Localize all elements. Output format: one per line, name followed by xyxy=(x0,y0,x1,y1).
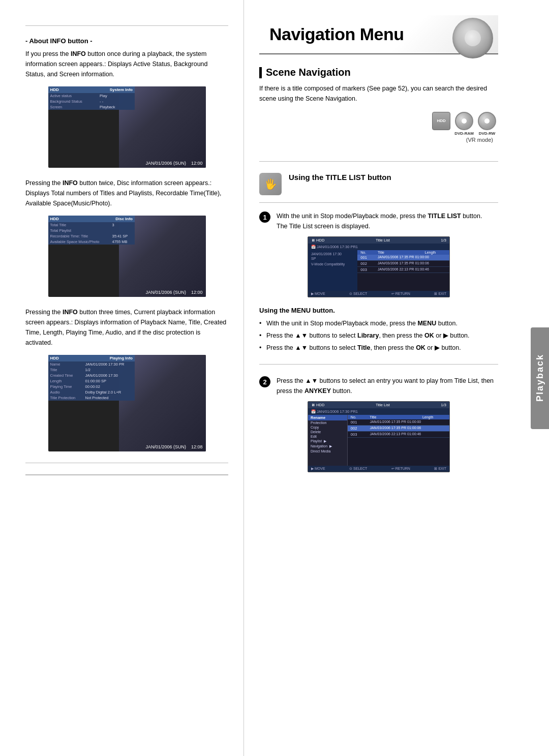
title-list-screen-1: 🖥 HDD Title List 1/3 📅 JAN/01/2006 17:30… xyxy=(308,236,450,297)
tl-screen2-row-3: 003 JAN/03/2006 22:13 PR 01:00:46 xyxy=(348,432,449,438)
step-2-section: 2 Press the ▲▼ buttons to select an entr… xyxy=(259,376,498,472)
screen-system-info: HDDSystem Info Active statusPlay Backgro… xyxy=(48,86,206,168)
dvd-ram-label: DVD-RAM xyxy=(454,131,474,136)
menu-bullet-1: With the unit in Stop mode/Playback mode… xyxy=(259,318,498,328)
step-1-number: 1 xyxy=(259,211,270,223)
step-2-content: Press the ▲▼ buttons to select an entry … xyxy=(277,376,498,396)
menu-bullet-2: Press the ▲▼ buttons to select Library, … xyxy=(259,330,498,341)
screen-disc-info: HDDDisc Info Total Title3 Total Playlist… xyxy=(48,216,206,297)
tl-screen1-footer: ▶ MOVE⊙ SELECT↩ RETURN⊠ EXIT xyxy=(308,291,449,297)
using-menu-heading: Using the MENU button. xyxy=(259,307,498,314)
tl-screen1-columns: No. Title Length xyxy=(357,250,449,255)
tl-screen2-row-1: 001 JAN/01/2006 17:35 PR 01:00:00 xyxy=(348,419,449,426)
info-text-3: Pressing the INFO button three times, Cu… xyxy=(25,307,228,348)
step-1-section: 1 With the unit in Stop mode/Playback mo… xyxy=(259,211,498,297)
dvd-rw-label: DVD-RW xyxy=(479,131,496,136)
hdd-label: HDD xyxy=(437,118,446,124)
tl-screen2-subheader: 📅 JAN/01/2006 17:30 PR1 xyxy=(308,408,449,415)
step-2-number: 2 xyxy=(259,376,270,387)
title-list-section: 🖐 Using the TITLE LIST button xyxy=(259,173,498,203)
dvd-ram-disc xyxy=(455,112,473,130)
context-menu: Rename Protection Copy Delete Edit Playl… xyxy=(308,415,348,466)
info-text-1: If you press the INFO button once during… xyxy=(25,49,228,79)
disc-icons-row: HDD DVD-RAM DVD-RW xyxy=(430,112,498,136)
title-list-screen-2: 🖥 HDD Title List 1/3 📅 JAN/01/2006 17:30… xyxy=(308,401,450,472)
menu-bullets-list: With the unit in Stop mode/Playback mode… xyxy=(259,318,498,353)
dvd-rw-icon-item: DVD-RW xyxy=(478,112,496,136)
tl-screen1-row-3: 003 JAN/03/2006 22:13 PR 01:00:46 xyxy=(357,267,449,273)
mode-icons-container: HDD DVD-RAM DVD-RW (VR mode) xyxy=(259,112,498,150)
hdd-icon-item: HDD xyxy=(432,112,450,130)
title-list-button-icon: 🖐 xyxy=(259,173,282,195)
vr-mode-text: (VR mode) xyxy=(466,137,498,143)
step-1-content: With the unit in Stop mode/Playback mode… xyxy=(277,211,498,231)
nav-menu-header: Navigation Menu xyxy=(259,15,498,54)
tl-screen1-header: 🖥 HDD Title List 1/3 xyxy=(308,237,449,244)
menu-bullet-3: Press the ▲▼ buttons to select Title, th… xyxy=(259,343,498,353)
step-2-row: 2 Press the ▲▼ buttons to select an entr… xyxy=(259,376,498,396)
tl-screen1-row-2: 002 JAN/03/2006 17:35 PR 01:00:06 xyxy=(357,261,449,267)
title-bar-decoration xyxy=(259,67,262,78)
title-list-heading: Using the TITLE LIST button xyxy=(289,173,391,182)
playback-side-tab: Playback xyxy=(531,327,549,429)
tl-screen1-row-1: 001 JAN/01/2006 17:35 PR 01:00:00 xyxy=(357,255,449,261)
tl-screen2-row-2: 002 JAN/03/2006 17:35 PR 01:00:06 xyxy=(348,426,449,432)
tl-screen2-header: 🖥 HDD Title List 1/3 xyxy=(308,402,449,408)
tl-screen2-right: No. Title Length 001 JAN/01/2006 17:35 P… xyxy=(348,415,449,466)
scene-nav-text: If there is a title composed of markers … xyxy=(259,83,498,104)
tl-screen1-left: JAN/01/2006 17:30 SP V-Mode Compatibilit… xyxy=(308,250,357,291)
using-menu-section: Using the MENU button. With the unit in … xyxy=(259,307,498,353)
tl-screen2-columns: No. Title Length xyxy=(348,415,449,419)
hdd-box: HDD xyxy=(432,112,450,130)
dvd-rw-disc xyxy=(478,112,496,130)
tl-screen2-footer: ▶ MOVE⊙ SELECT↩ RETURN⊠ EXIT xyxy=(308,466,449,472)
step-1-row: 1 With the unit in Stop mode/Playback mo… xyxy=(259,211,498,231)
playback-tab-label: Playback xyxy=(535,354,545,402)
scene-navigation-title: Scene Navigation xyxy=(259,67,498,78)
disc-decoration xyxy=(452,18,493,58)
dvd-ram-icon-item: DVD-RAM xyxy=(454,112,474,136)
info-button-heading: - About INFO button - xyxy=(25,37,228,45)
hand-icon: 🖐 xyxy=(264,178,277,190)
tl-screen1-subheader: 📅 JAN/01/2006 17:30 PR1 xyxy=(308,244,449,250)
info-text-2: Pressing the INFO button twice, Disc inf… xyxy=(25,178,228,208)
screen-playing-info: HDDPlaying Info NameJAN/01/2006 17:30 PR… xyxy=(48,355,206,451)
tl-screen1-right: No. Title Length 001 JAN/01/2006 17:35 P… xyxy=(357,250,449,291)
